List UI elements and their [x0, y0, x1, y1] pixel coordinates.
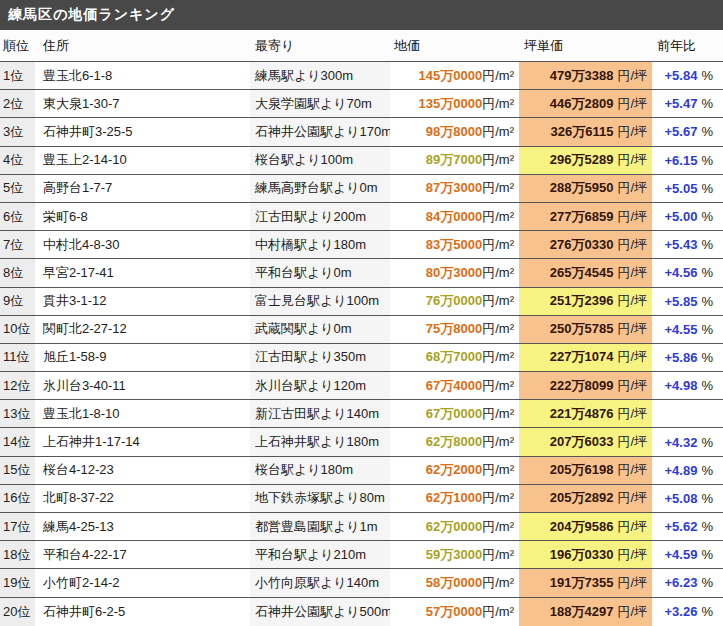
- land-price-unit: 円/m²: [482, 151, 514, 169]
- rank-cell: 16位: [0, 485, 35, 512]
- yoy-unit: %: [701, 237, 713, 252]
- land-price-unit: 円/m²: [482, 433, 514, 451]
- table-row: 1位 豊玉北6-1-8 練馬駅より300m 145万0000円/m² 479万3…: [0, 62, 723, 90]
- header-address: 住所: [35, 37, 250, 55]
- station-label: 武蔵関駅より0m: [255, 320, 352, 338]
- tsubo-price-cell: 276万0330円/坪: [519, 231, 652, 258]
- tsubo-price-cell: 221万4876円/坪: [519, 400, 652, 427]
- yoy-cell: +5.08%: [652, 485, 723, 512]
- page-title-bar: 練馬区の地価ランキング: [0, 0, 723, 30]
- land-price-ranking-page: 練馬区の地価ランキング 順位 住所 最寄り 地価 坪単価 前年比 1位 豊玉北6…: [0, 0, 723, 626]
- header-rank: 順位: [0, 37, 35, 55]
- station-label: 江古田駅より200m: [255, 208, 366, 226]
- yoy-cell: +5.67%: [652, 118, 723, 145]
- address-cell: 石神井町6-2-5: [35, 598, 250, 626]
- tsubo-price-unit: 円/坪: [617, 546, 647, 564]
- yoy-value: +5.67: [665, 124, 698, 139]
- yoy-unit: %: [701, 491, 713, 506]
- land-price-unit: 円/m²: [482, 67, 514, 85]
- station-label: 平和台駅より210m: [255, 546, 366, 564]
- rank-cell: 19位: [0, 569, 35, 596]
- table-row: 17位 練馬4-25-13 都営豊島園駅より1m 62万0000円/m² 204…: [0, 513, 723, 541]
- address-cell: 貫井3-1-12: [35, 288, 250, 315]
- rank-label: 2位: [3, 95, 23, 113]
- address-cell: 豊玉北6-1-8: [35, 62, 250, 89]
- address-cell: 小竹町2-14-2: [35, 569, 250, 596]
- address-label: 上石神井1-17-14: [43, 433, 140, 451]
- address-cell: 桜台4-12-23: [35, 457, 250, 484]
- tsubo-price-unit: 円/坪: [617, 348, 647, 366]
- table-row: 2位 東大泉1-30-7 大泉学園駅より70m 135万0000円/m² 446…: [0, 90, 723, 118]
- address-label: 氷川台3-40-11: [43, 377, 126, 395]
- yoy-value: +5.62: [665, 519, 698, 534]
- station-label: 桜台駅より100m: [255, 151, 353, 169]
- tsubo-price-value: 288万5950: [550, 179, 614, 197]
- rank-label: 15位: [3, 461, 30, 479]
- address-label: 石神井町3-25-5: [43, 123, 133, 141]
- header-price-label: 地価: [394, 37, 420, 55]
- address-label: 平和台4-22-17: [43, 546, 127, 564]
- address-cell: 早宮2-17-41: [35, 259, 250, 286]
- tsubo-price-value: 188万4297: [550, 603, 614, 621]
- station-label: 富士見台駅より100m: [255, 292, 379, 310]
- yoy-unit: %: [701, 96, 713, 111]
- header-station-label: 最寄り: [255, 37, 294, 55]
- table-row: 10位 関町北2-27-12 武蔵関駅より0m 75万8000円/m² 250万…: [0, 316, 723, 344]
- station-label: 石神井公園駅より170m: [255, 123, 390, 141]
- station-cell: 平和台駅より210m: [250, 541, 390, 568]
- table-row: 13位 豊玉北1-8-10 新江古田駅より140m 67万0000円/m² 22…: [0, 400, 723, 428]
- yoy-value: +4.59: [665, 547, 698, 562]
- tsubo-price-cell: 251万2396円/坪: [519, 288, 652, 315]
- yoy-cell: +4.89%: [652, 457, 723, 484]
- header-tsubo: 坪単価: [519, 37, 652, 55]
- rank-cell: 4位: [0, 147, 35, 174]
- yoy-cell: +5.85%: [652, 288, 723, 315]
- table-row: 3位 石神井町3-25-5 石神井公園駅より170m 98万8000円/m² 3…: [0, 118, 723, 146]
- rank-label: 16位: [3, 489, 30, 507]
- yoy-unit: %: [701, 463, 713, 478]
- address-cell: 上石神井1-17-14: [35, 428, 250, 455]
- land-price-value: 57万0000: [426, 603, 482, 621]
- yoy-unit: %: [701, 322, 713, 337]
- land-price-cell: 83万5000円/m²: [390, 231, 519, 258]
- rank-cell: 12位: [0, 372, 35, 399]
- tsubo-price-unit: 円/坪: [617, 123, 647, 141]
- tsubo-price-unit: 円/坪: [617, 433, 647, 451]
- rank-cell: 3位: [0, 118, 35, 145]
- rank-cell: 5位: [0, 175, 35, 202]
- tsubo-price-cell: 446万2809円/坪: [519, 90, 652, 117]
- tsubo-price-value: 191万7355: [550, 574, 614, 592]
- table-row: 19位 小竹町2-14-2 小竹向原駅より140m 58万0000円/m² 19…: [0, 569, 723, 597]
- station-cell: 江古田駅より350m: [250, 344, 390, 371]
- land-price-cell: 58万0000円/m²: [390, 569, 519, 596]
- rank-cell: 8位: [0, 259, 35, 286]
- tsubo-price-unit: 円/坪: [617, 151, 647, 169]
- table-row: 9位 貫井3-1-12 富士見台駅より100m 76万0000円/m² 251万…: [0, 288, 723, 316]
- table-row: 16位 北町8-37-22 地下鉄赤塚駅より80m 62万1000円/m² 20…: [0, 485, 723, 513]
- table-row: 11位 旭丘1-58-9 江古田駅より350m 68万7000円/m² 227万…: [0, 344, 723, 372]
- rank-cell: 6位: [0, 203, 35, 230]
- yoy-cell: +4.59%: [652, 541, 723, 568]
- table-row: 6位 栄町6-8 江古田駅より200m 84万0000円/m² 277万6859…: [0, 203, 723, 231]
- tsubo-price-cell: 265万4545円/坪: [519, 259, 652, 286]
- yoy-unit: %: [701, 350, 713, 365]
- rank-cell: 17位: [0, 513, 35, 540]
- tsubo-price-unit: 円/坪: [617, 320, 647, 338]
- address-label: 高野台1-7-7: [43, 179, 112, 197]
- land-price-unit: 円/m²: [482, 461, 514, 479]
- land-price-cell: 67万0000円/m²: [390, 400, 519, 427]
- header-tsubo-label: 坪単価: [524, 37, 563, 55]
- yoy-cell: +6.23%: [652, 569, 723, 596]
- land-price-value: 145万0000: [419, 67, 483, 85]
- land-price-cell: 62万1000円/m²: [390, 485, 519, 512]
- yoy-cell: +5.00%: [652, 203, 723, 230]
- land-price-unit: 円/m²: [482, 264, 514, 282]
- station-label: 桜台駅より180m: [255, 461, 353, 479]
- header-price: 地価: [390, 37, 519, 55]
- yoy-value: +5.05: [665, 181, 698, 196]
- tsubo-price-value: 205万6198: [550, 461, 614, 479]
- tsubo-price-value: 227万1074: [550, 348, 614, 366]
- tsubo-price-cell: 191万7355円/坪: [519, 569, 652, 596]
- station-label: 練馬駅より300m: [255, 67, 353, 85]
- yoy-unit: %: [701, 575, 713, 590]
